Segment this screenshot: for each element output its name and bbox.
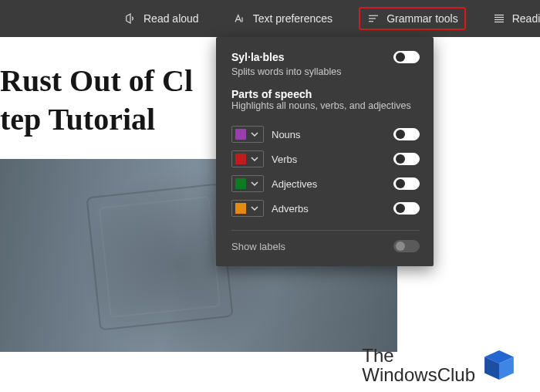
parts-of-speech-title: Parts of speech <box>231 88 420 100</box>
text-preferences-icon <box>233 12 247 25</box>
pos-item-adjectives: Adjectives <box>231 171 420 196</box>
verbs-toggle[interactable] <box>393 153 420 165</box>
brand-logo-icon <box>483 349 515 381</box>
reading-preferences-label: Reading prefere <box>512 12 540 25</box>
parts-of-speech-description: Highlights all nouns, verbs, and adjecti… <box>231 100 420 111</box>
pos-item-adverbs: Adverbs <box>231 196 420 221</box>
brand-line-2: WindowsClub <box>362 365 475 384</box>
reading-preferences-icon <box>492 12 506 25</box>
pos-item-nouns: Nouns <box>231 122 420 147</box>
chevron-down-icon <box>251 155 258 163</box>
adjectives-swatch <box>235 178 246 189</box>
pos-item-verbs: Verbs <box>231 147 420 171</box>
chevron-down-icon <box>251 180 258 188</box>
show-labels-toggle[interactable] <box>393 240 420 252</box>
site-brand: The WindowsClub <box>362 346 515 384</box>
syllables-description: Splits words into syllables <box>231 66 420 77</box>
read-aloud-button[interactable]: Read aloud <box>116 7 207 30</box>
adjectives-toggle[interactable] <box>393 177 420 190</box>
read-aloud-label: Read aloud <box>143 12 199 25</box>
adjectives-color-picker[interactable] <box>231 175 264 192</box>
show-labels-row: Show labels <box>231 240 420 252</box>
divider <box>231 230 420 231</box>
brand-line-1: The <box>362 346 475 365</box>
grammar-tools-button[interactable]: Grammar tools <box>359 7 466 30</box>
reading-preferences-button[interactable]: Reading prefere <box>484 7 540 30</box>
adverbs-toggle[interactable] <box>393 202 420 215</box>
verbs-color-picker[interactable] <box>231 150 264 167</box>
grammar-tools-label: Grammar tools <box>386 12 458 25</box>
adverbs-color-picker[interactable] <box>231 200 264 217</box>
read-aloud-icon <box>123 12 137 25</box>
nouns-swatch <box>235 129 246 140</box>
adverbs-swatch <box>235 203 246 214</box>
adjectives-label: Adjectives <box>272 178 317 190</box>
grammar-tools-icon <box>366 12 380 25</box>
syllables-title: Syl·la·bles <box>231 51 284 63</box>
nouns-color-picker[interactable] <box>231 126 264 143</box>
show-labels-text: Show labels <box>231 241 285 252</box>
text-preferences-button[interactable]: Text preferences <box>225 7 341 30</box>
verbs-swatch <box>235 154 246 164</box>
text-preferences-label: Text preferences <box>253 12 333 25</box>
brand-text: The WindowsClub <box>362 346 475 384</box>
verbs-label: Verbs <box>272 154 297 165</box>
chevron-down-icon <box>251 204 258 212</box>
nouns-toggle[interactable] <box>393 128 420 140</box>
nouns-label: Nouns <box>272 129 301 140</box>
chevron-down-icon <box>251 130 258 138</box>
syllables-toggle[interactable] <box>393 51 420 63</box>
adverbs-label: Adverbs <box>272 203 309 215</box>
reader-toolbar: Read aloud Text preferences Grammar tool… <box>0 0 540 37</box>
grammar-tools-panel: Syl·la·bles Splits words into syllables … <box>216 37 434 266</box>
